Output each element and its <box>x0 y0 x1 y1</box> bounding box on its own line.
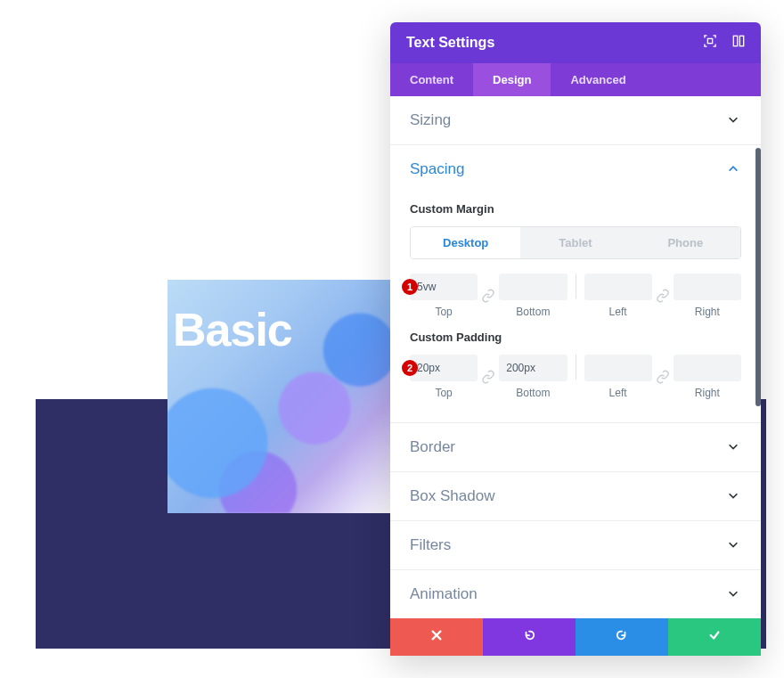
margin-left-input[interactable] <box>584 274 652 300</box>
margin-bottom-input[interactable] <box>499 274 567 300</box>
section-label: Filters <box>410 536 451 554</box>
section-animation[interactable]: Animation <box>390 569 761 618</box>
annotation-badge-1: 1 <box>402 279 418 295</box>
section-label: Box Shadow <box>410 487 494 505</box>
panel-footer <box>390 618 761 656</box>
edge-label-left: Left <box>609 387 627 399</box>
tab-advanced[interactable]: Advanced <box>551 63 645 96</box>
section-spacing[interactable]: Spacing <box>390 144 761 193</box>
section-filters[interactable]: Filters <box>390 520 761 569</box>
padding-right-input[interactable] <box>674 355 741 381</box>
section-sizing[interactable]: Sizing <box>390 96 761 144</box>
link-icon[interactable] <box>652 282 674 309</box>
device-tab-phone[interactable]: Phone <box>631 227 740 258</box>
svg-rect-1 <box>733 36 737 45</box>
preview-image-card: Basic <box>167 280 394 513</box>
divider <box>576 355 576 380</box>
undo-icon <box>523 629 535 645</box>
svg-rect-0 <box>707 38 712 43</box>
chevron-down-icon <box>727 440 741 454</box>
section-border[interactable]: Border <box>390 422 761 471</box>
annotation-badge-2: 2 <box>402 360 418 376</box>
panel-tabs: Content Design Advanced <box>390 63 761 96</box>
margin-top-input[interactable] <box>410 274 478 300</box>
cancel-button[interactable] <box>390 618 483 656</box>
check-icon <box>708 629 721 645</box>
link-icon[interactable] <box>652 364 674 390</box>
close-icon <box>430 629 443 645</box>
divider <box>576 274 576 298</box>
preview-title: Basic <box>173 303 292 356</box>
link-icon[interactable] <box>478 282 499 309</box>
redo-icon <box>616 629 628 645</box>
padding-left-input[interactable] <box>584 355 652 381</box>
scrollbar[interactable] <box>755 148 761 406</box>
tab-design[interactable]: Design <box>473 63 551 96</box>
padding-bottom-input[interactable] <box>499 355 567 381</box>
svg-rect-2 <box>739 36 743 45</box>
custom-margin-label: Custom Margin <box>410 202 741 216</box>
padding-row: 2 Top Bottom Left <box>410 355 741 399</box>
panel-body: Sizing Spacing Custom Margin Desktop Tab… <box>390 96 761 618</box>
edge-label-bottom: Bottom <box>516 306 550 318</box>
chevron-down-icon <box>727 538 741 552</box>
edge-label-top: Top <box>435 306 452 318</box>
panel-title: Text Settings <box>406 35 494 51</box>
section-label: Sizing <box>410 111 451 129</box>
edge-label-left: Left <box>609 306 627 318</box>
padding-top-input[interactable] <box>410 355 478 381</box>
link-icon[interactable] <box>478 364 499 390</box>
chevron-up-icon <box>727 162 741 176</box>
undo-button[interactable] <box>483 618 576 656</box>
text-settings-panel: Text Settings Content Design Advanced Si… <box>390 22 761 656</box>
custom-padding-label: Custom Padding <box>410 331 741 344</box>
chevron-down-icon <box>727 489 741 503</box>
chevron-down-icon <box>727 587 741 601</box>
margin-row: 1 Top Bottom Left <box>410 274 741 318</box>
snap-icon[interactable] <box>732 35 745 51</box>
tab-content[interactable]: Content <box>390 63 473 96</box>
spacing-content: Custom Margin Desktop Tablet Phone 1 Top… <box>390 202 761 422</box>
section-label: Border <box>410 438 455 456</box>
redo-button[interactable] <box>576 618 668 656</box>
edge-label-right: Right <box>695 306 720 318</box>
section-box-shadow[interactable]: Box Shadow <box>390 471 761 520</box>
chevron-down-icon <box>727 113 741 127</box>
save-button[interactable] <box>668 618 761 656</box>
panel-header[interactable]: Text Settings <box>390 22 761 63</box>
section-label: Animation <box>410 585 478 603</box>
device-tab-tablet[interactable]: Tablet <box>520 227 630 258</box>
device-tab-desktop[interactable]: Desktop <box>411 227 520 258</box>
edge-label-right: Right <box>695 387 720 399</box>
edge-label-top: Top <box>435 387 452 399</box>
section-label: Spacing <box>410 160 464 178</box>
device-tabs: Desktop Tablet Phone <box>410 226 741 259</box>
expand-icon[interactable] <box>704 35 716 51</box>
margin-right-input[interactable] <box>674 274 741 300</box>
edge-label-bottom: Bottom <box>516 387 550 399</box>
panel-header-icons <box>704 35 745 51</box>
